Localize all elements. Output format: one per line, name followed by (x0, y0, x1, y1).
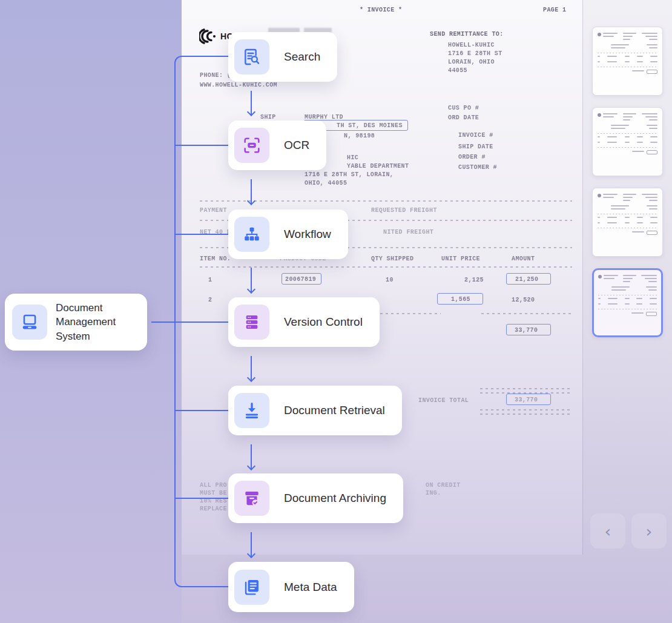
row1-amount: 21,250 (515, 276, 538, 283)
remittance-line: HOWELL-KUHIC (448, 42, 495, 48)
bill-to-fragment: OHIO, 44055 (305, 180, 347, 186)
col-header-amount: AMOUNT (512, 255, 535, 262)
node-label: Search (284, 50, 320, 64)
flow-stub-document-retrieval (174, 410, 228, 411)
ship-label: SHIP (260, 114, 276, 120)
node-workflow[interactable]: Workflow (228, 209, 348, 259)
node-label: Version Control (284, 315, 363, 329)
dashed-divider (481, 313, 572, 314)
row1-qty: 10 (386, 277, 394, 283)
bill-to-fragment: 1716 E 28TH ST, LORAIN, (305, 171, 394, 178)
flow-stub-root-to-version-control (151, 321, 228, 323)
row2-amount: 12,520 (512, 297, 535, 303)
server-stack-icon-tile (234, 305, 269, 340)
page-thumbnail[interactable] (592, 268, 663, 337)
page-thumbnail[interactable] (592, 188, 663, 257)
node-document-management-system[interactable]: Document Management System (5, 294, 147, 351)
scan-frame-icon-tile (234, 128, 269, 163)
node-document-archiving[interactable]: Document Archiving (228, 473, 403, 523)
bill-to-fragment: HIC (347, 154, 358, 161)
page-thumbnail[interactable] (592, 107, 663, 176)
document-lines-icon-tile (234, 570, 269, 605)
node-search[interactable]: Search (228, 32, 337, 82)
dashed-divider (380, 313, 441, 314)
flow-arrow-down (251, 444, 252, 469)
flow-arrow-down (251, 356, 252, 381)
remittance-heading: SEND REMITTANCE TO: (430, 31, 504, 38)
chevron-left-icon: ‹ (605, 522, 611, 541)
next-page-button[interactable]: › (631, 513, 667, 549)
node-label: Workflow (284, 228, 331, 241)
node-label: Meta Data (284, 581, 337, 594)
node-label: Document Archiving (284, 492, 386, 505)
remittance-line: 1716 E 28TH ST (448, 50, 502, 57)
ship-address-fragment: TH ST, DES MOINES (337, 122, 403, 129)
terms2-right-fragment: NITED FREIGHT (383, 229, 433, 236)
meta-label: ORD DATE (448, 114, 479, 121)
scan-frame-icon (242, 136, 262, 155)
node-label: OCR (284, 139, 309, 152)
invoice-title: * INVOICE * (360, 7, 402, 13)
meta-label: ORDER # (458, 154, 486, 160)
download-tray-icon-tile (234, 393, 269, 428)
terms-right: REQUESTED FREIGHT (371, 207, 437, 214)
dashed-divider (480, 414, 572, 415)
flow-arrow-down (251, 179, 252, 204)
root-node-label: Document Management System (56, 301, 140, 343)
search-document-icon-tile (234, 39, 269, 74)
invoice-total-value: 33,770 (515, 397, 538, 403)
flow-stub-ocr (174, 145, 228, 146)
download-tray-icon (242, 401, 262, 420)
dashed-divider (480, 388, 572, 389)
hierarchy-icon (242, 225, 262, 244)
footer-fragment: ING. (426, 490, 441, 496)
computer-icon-tile (12, 305, 47, 340)
dashed-divider (200, 266, 572, 268)
row2-unit-price: 1,565 (451, 296, 470, 303)
dashed-divider (480, 409, 572, 410)
row1-unit-price: 2,125 (464, 277, 484, 283)
flow-stub-workflow (174, 234, 228, 235)
col-header-price: UNIT PRICE (441, 255, 480, 262)
bill-to-fragment: YABLE DEPARTMENT (347, 163, 409, 170)
search-document-icon (242, 47, 262, 67)
remittance-line: LORAIN, OHIO (448, 59, 495, 65)
node-label: Document Retrieval (284, 404, 385, 417)
subtotal-value: 33,770 (515, 327, 538, 334)
ship-address-fragment2: N, 98198 (344, 133, 375, 139)
archive-check-icon (242, 489, 262, 508)
page-thumbnail[interactable] (592, 27, 663, 96)
node-meta-data[interactable]: Meta Data (228, 562, 354, 612)
invoice-page-label: PAGE 1 (543, 7, 566, 13)
flow-arrow-down (251, 91, 252, 115)
chevron-right-icon: › (646, 522, 653, 541)
document-lines-icon (242, 578, 262, 597)
meta-label: CUS PO # (448, 105, 479, 111)
computer-icon (20, 312, 39, 332)
archive-check-icon-tile (234, 481, 269, 516)
flow-arrow-down (251, 268, 252, 292)
meta-label: SHIP DATE (458, 143, 493, 150)
company-logo-icon (199, 27, 221, 45)
previous-page-button[interactable]: ‹ (590, 513, 625, 549)
server-stack-icon (242, 312, 262, 332)
invoice-total-label: INVOICE TOTAL (418, 397, 469, 404)
node-document-retrieval[interactable]: Document Retrieval (228, 386, 402, 435)
meta-label: INVOICE # (458, 132, 493, 139)
node-version-control[interactable]: Version Control (228, 297, 380, 347)
node-ocr[interactable]: OCR (228, 120, 326, 170)
flow-stub-document-archiving (174, 498, 228, 499)
row1-product-code: 20067819 (285, 276, 316, 283)
meta-label: CUSTOMER # (458, 164, 497, 171)
footer-fragment: ON CREDIT (426, 482, 461, 489)
col-header-qty: QTY SHIPPED (371, 255, 413, 262)
remittance-line: 44055 (448, 67, 467, 74)
flow-arrow-down (251, 532, 252, 557)
hierarchy-icon-tile (234, 217, 269, 252)
